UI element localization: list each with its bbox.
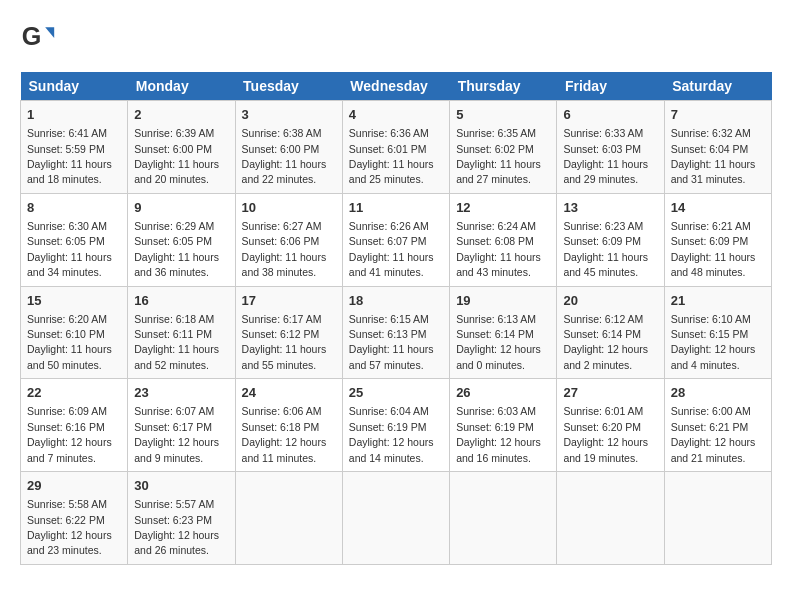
calendar-cell (450, 472, 557, 565)
page-header: G Blue (20, 20, 772, 56)
day-number: 13 (563, 199, 657, 217)
header-monday: Monday (128, 72, 235, 101)
calendar-cell: 1 Sunrise: 6:41 AMSunset: 5:59 PMDayligh… (21, 101, 128, 194)
day-info: Sunrise: 6:07 AMSunset: 6:17 PMDaylight:… (134, 405, 219, 463)
day-number: 29 (27, 477, 121, 495)
calendar-cell: 28 Sunrise: 6:00 AMSunset: 6:21 PMDaylig… (664, 379, 771, 472)
day-info: Sunrise: 6:10 AMSunset: 6:15 PMDaylight:… (671, 313, 756, 371)
day-number: 27 (563, 384, 657, 402)
day-info: Sunrise: 6:15 AMSunset: 6:13 PMDaylight:… (349, 313, 434, 371)
day-number: 24 (242, 384, 336, 402)
calendar-cell: 4 Sunrise: 6:36 AMSunset: 6:01 PMDayligh… (342, 101, 449, 194)
day-number: 8 (27, 199, 121, 217)
day-number: 26 (456, 384, 550, 402)
day-info: Sunrise: 6:38 AMSunset: 6:00 PMDaylight:… (242, 127, 327, 185)
calendar-cell: 22 Sunrise: 6:09 AMSunset: 6:16 PMDaylig… (21, 379, 128, 472)
calendar-cell: 27 Sunrise: 6:01 AMSunset: 6:20 PMDaylig… (557, 379, 664, 472)
calendar-cell: 29 Sunrise: 5:58 AMSunset: 6:22 PMDaylig… (21, 472, 128, 565)
day-number: 21 (671, 292, 765, 310)
day-number: 11 (349, 199, 443, 217)
day-number: 23 (134, 384, 228, 402)
day-number: 17 (242, 292, 336, 310)
calendar-cell: 30 Sunrise: 5:57 AMSunset: 6:23 PMDaylig… (128, 472, 235, 565)
day-number: 22 (27, 384, 121, 402)
svg-text:G: G (22, 22, 42, 50)
day-number: 7 (671, 106, 765, 124)
day-info: Sunrise: 6:06 AMSunset: 6:18 PMDaylight:… (242, 405, 327, 463)
calendar-cell: 14 Sunrise: 6:21 AMSunset: 6:09 PMDaylig… (664, 193, 771, 286)
calendar-cell: 5 Sunrise: 6:35 AMSunset: 6:02 PMDayligh… (450, 101, 557, 194)
calendar-cell (235, 472, 342, 565)
calendar-cell: 17 Sunrise: 6:17 AMSunset: 6:12 PMDaylig… (235, 286, 342, 379)
header-friday: Friday (557, 72, 664, 101)
day-info: Sunrise: 6:04 AMSunset: 6:19 PMDaylight:… (349, 405, 434, 463)
calendar-cell: 26 Sunrise: 6:03 AMSunset: 6:19 PMDaylig… (450, 379, 557, 472)
calendar-cell: 9 Sunrise: 6:29 AMSunset: 6:05 PMDayligh… (128, 193, 235, 286)
day-number: 6 (563, 106, 657, 124)
day-number: 15 (27, 292, 121, 310)
calendar-body: 1 Sunrise: 6:41 AMSunset: 5:59 PMDayligh… (21, 101, 772, 565)
calendar-cell: 3 Sunrise: 6:38 AMSunset: 6:00 PMDayligh… (235, 101, 342, 194)
calendar-cell: 8 Sunrise: 6:30 AMSunset: 6:05 PMDayligh… (21, 193, 128, 286)
header-saturday: Saturday (664, 72, 771, 101)
calendar-table: Sunday Monday Tuesday Wednesday Thursday… (20, 72, 772, 565)
day-info: Sunrise: 6:12 AMSunset: 6:14 PMDaylight:… (563, 313, 648, 371)
day-info: Sunrise: 6:39 AMSunset: 6:00 PMDaylight:… (134, 127, 219, 185)
calendar-cell (664, 472, 771, 565)
calendar-cell: 20 Sunrise: 6:12 AMSunset: 6:14 PMDaylig… (557, 286, 664, 379)
day-info: Sunrise: 6:23 AMSunset: 6:09 PMDaylight:… (563, 220, 648, 278)
day-number: 1 (27, 106, 121, 124)
header-tuesday: Tuesday (235, 72, 342, 101)
calendar-cell: 6 Sunrise: 6:33 AMSunset: 6:03 PMDayligh… (557, 101, 664, 194)
calendar-cell: 13 Sunrise: 6:23 AMSunset: 6:09 PMDaylig… (557, 193, 664, 286)
day-info: Sunrise: 6:17 AMSunset: 6:12 PMDaylight:… (242, 313, 327, 371)
day-info: Sunrise: 6:03 AMSunset: 6:19 PMDaylight:… (456, 405, 541, 463)
day-info: Sunrise: 6:09 AMSunset: 6:16 PMDaylight:… (27, 405, 112, 463)
calendar-week-3: 15 Sunrise: 6:20 AMSunset: 6:10 PMDaylig… (21, 286, 772, 379)
calendar-cell: 19 Sunrise: 6:13 AMSunset: 6:14 PMDaylig… (450, 286, 557, 379)
header-row: Sunday Monday Tuesday Wednesday Thursday… (21, 72, 772, 101)
day-info: Sunrise: 6:18 AMSunset: 6:11 PMDaylight:… (134, 313, 219, 371)
day-info: Sunrise: 6:27 AMSunset: 6:06 PMDaylight:… (242, 220, 327, 278)
day-info: Sunrise: 5:57 AMSunset: 6:23 PMDaylight:… (134, 498, 219, 556)
calendar-cell: 25 Sunrise: 6:04 AMSunset: 6:19 PMDaylig… (342, 379, 449, 472)
header-sunday: Sunday (21, 72, 128, 101)
day-info: Sunrise: 6:30 AMSunset: 6:05 PMDaylight:… (27, 220, 112, 278)
day-number: 16 (134, 292, 228, 310)
day-info: Sunrise: 6:36 AMSunset: 6:01 PMDaylight:… (349, 127, 434, 185)
calendar-week-2: 8 Sunrise: 6:30 AMSunset: 6:05 PMDayligh… (21, 193, 772, 286)
svg-marker-1 (45, 27, 54, 38)
day-info: Sunrise: 6:20 AMSunset: 6:10 PMDaylight:… (27, 313, 112, 371)
day-number: 10 (242, 199, 336, 217)
day-number: 5 (456, 106, 550, 124)
day-info: Sunrise: 6:33 AMSunset: 6:03 PMDaylight:… (563, 127, 648, 185)
day-number: 4 (349, 106, 443, 124)
day-info: Sunrise: 6:13 AMSunset: 6:14 PMDaylight:… (456, 313, 541, 371)
day-info: Sunrise: 6:32 AMSunset: 6:04 PMDaylight:… (671, 127, 756, 185)
day-number: 18 (349, 292, 443, 310)
day-info: Sunrise: 6:21 AMSunset: 6:09 PMDaylight:… (671, 220, 756, 278)
day-number: 2 (134, 106, 228, 124)
calendar-cell: 7 Sunrise: 6:32 AMSunset: 6:04 PMDayligh… (664, 101, 771, 194)
calendar-cell: 24 Sunrise: 6:06 AMSunset: 6:18 PMDaylig… (235, 379, 342, 472)
day-info: Sunrise: 6:01 AMSunset: 6:20 PMDaylight:… (563, 405, 648, 463)
logo: G Blue (20, 20, 60, 56)
header-thursday: Thursday (450, 72, 557, 101)
day-number: 30 (134, 477, 228, 495)
calendar-cell (342, 472, 449, 565)
day-number: 9 (134, 199, 228, 217)
calendar-cell: 15 Sunrise: 6:20 AMSunset: 6:10 PMDaylig… (21, 286, 128, 379)
day-info: Sunrise: 6:29 AMSunset: 6:05 PMDaylight:… (134, 220, 219, 278)
calendar-cell (557, 472, 664, 565)
calendar-week-4: 22 Sunrise: 6:09 AMSunset: 6:16 PMDaylig… (21, 379, 772, 472)
calendar-cell: 12 Sunrise: 6:24 AMSunset: 6:08 PMDaylig… (450, 193, 557, 286)
day-number: 19 (456, 292, 550, 310)
day-number: 12 (456, 199, 550, 217)
calendar-header: Sunday Monday Tuesday Wednesday Thursday… (21, 72, 772, 101)
day-number: 25 (349, 384, 443, 402)
calendar-cell: 11 Sunrise: 6:26 AMSunset: 6:07 PMDaylig… (342, 193, 449, 286)
day-number: 28 (671, 384, 765, 402)
header-wednesday: Wednesday (342, 72, 449, 101)
day-number: 20 (563, 292, 657, 310)
calendar-cell: 18 Sunrise: 6:15 AMSunset: 6:13 PMDaylig… (342, 286, 449, 379)
